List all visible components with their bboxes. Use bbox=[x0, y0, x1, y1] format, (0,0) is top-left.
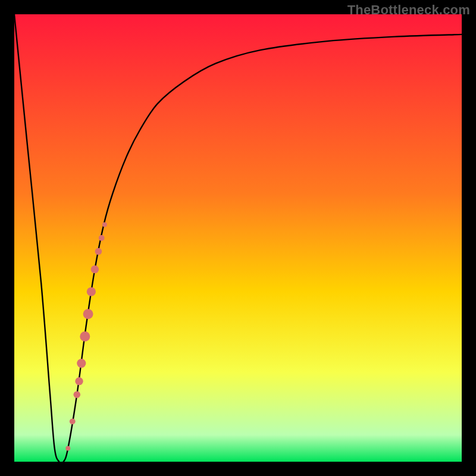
highlight-dot bbox=[91, 265, 99, 273]
highlight-dot bbox=[77, 359, 86, 368]
highlight-dot bbox=[65, 446, 70, 450]
highlight-dot bbox=[87, 287, 96, 296]
highlight-dot bbox=[95, 248, 102, 255]
highlight-dot bbox=[80, 331, 90, 342]
highlight-dot bbox=[83, 309, 93, 319]
highlight-dot bbox=[73, 391, 80, 398]
chart-frame: TheBottleneck.com bbox=[0, 0, 476, 476]
highlight-dot bbox=[70, 418, 76, 424]
highlight-dot bbox=[99, 235, 105, 241]
chart-svg bbox=[14, 14, 462, 462]
highlight-dot bbox=[75, 377, 83, 385]
watermark-text: TheBottleneck.com bbox=[347, 2, 470, 18]
chart-background bbox=[14, 14, 462, 462]
highlight-dot bbox=[102, 222, 107, 227]
